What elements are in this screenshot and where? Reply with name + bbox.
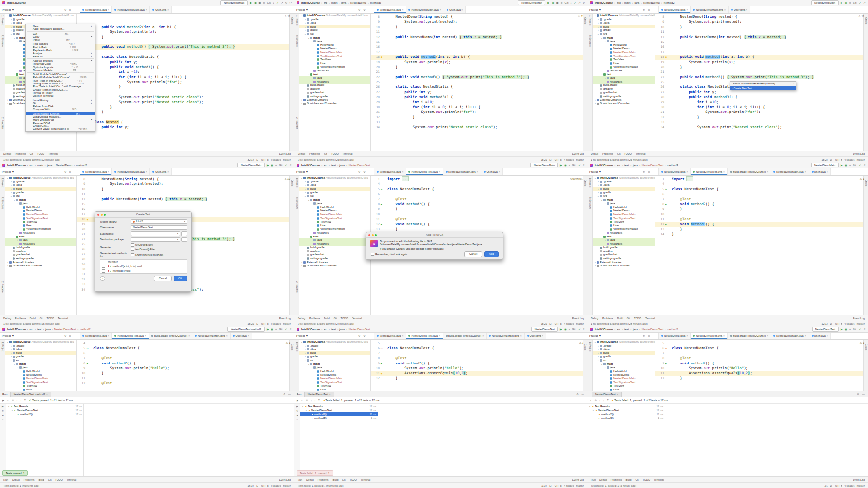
tree-item[interactable]: ⌄java [593, 40, 655, 43]
gutter[interactable]: 17 [77, 212, 90, 217]
close-icon[interactable]: × [767, 170, 768, 173]
window-controls[interactable] [368, 234, 377, 236]
tree-item[interactable]: ›.idea [5, 183, 76, 187]
breadcrumb-item[interactable]: src [26, 328, 33, 331]
tree-item[interactable]: TestSignatureTest [593, 217, 655, 221]
close-icon[interactable]: × [108, 8, 109, 11]
git-commit-icon[interactable]: ✓ [285, 164, 287, 167]
tool-window-button[interactable]: Terminal [342, 153, 352, 155]
tree-item[interactable]: ⌄java [299, 366, 370, 370]
breadcrumb-item[interactable]: src [26, 164, 33, 167]
project-tool-header[interactable]: Project▾↻ ⚙ — [587, 333, 659, 339]
run-icon[interactable]: ▶ [841, 1, 843, 4]
code-line[interactable]: public void method3() { System.out.print… [77, 44, 289, 49]
code-line[interactable]: 7 @Test [371, 197, 583, 202]
tree-item[interactable]: gradlew [593, 250, 655, 253]
stop-icon[interactable]: ■ [849, 328, 851, 331]
tree-item[interactable]: ⌄java [299, 40, 370, 43]
code-line[interactable]: 30 for (int i1 = 0; i1 < i; i1++) { [371, 105, 583, 110]
code-editor[interactable]: 1import ...45class NestedDemoTest {67 @T… [655, 176, 863, 315]
tree-item[interactable]: ›java [593, 238, 655, 242]
tree-item[interactable]: HelloWorld [299, 43, 370, 47]
run-icon[interactable]: ▶ [547, 1, 550, 4]
gutter[interactable]: 20 [371, 65, 384, 70]
close-icon[interactable]: × [167, 8, 169, 11]
tree-item[interactable]: build.gradle [299, 246, 370, 250]
tree-item[interactable]: ›.idea [593, 348, 655, 351]
gutter[interactable]: 16 [371, 44, 384, 49]
code-line[interactable]: 12 } [371, 376, 583, 381]
project-tool-header[interactable]: Project▾↻ ⚙ — [587, 6, 659, 13]
tree-item[interactable]: TestView [593, 384, 655, 388]
tree-item[interactable]: ⌄IntelliJCourse/Volumes/Data/My courses/… [299, 340, 370, 344]
close-icon[interactable]: × [482, 335, 484, 337]
tree-item[interactable]: ›.idea [593, 183, 655, 187]
gutter[interactable]: 8 [371, 356, 384, 361]
code-line[interactable]: } [77, 105, 289, 110]
tree-item[interactable]: ›External Libraries [593, 98, 655, 102]
code-line[interactable]: } [77, 84, 289, 89]
gutter[interactable]: 29 [77, 262, 90, 267]
gutter[interactable]: 11 [77, 376, 90, 381]
tree-item[interactable]: ›java [299, 76, 370, 80]
git-push-icon[interactable]: ↗ [863, 328, 866, 331]
gutter[interactable]: 10 [77, 371, 90, 376]
breadcrumb-item[interactable]: IntelliJCourse [595, 164, 613, 167]
tool-strip-gradle[interactable]: Gradle [291, 17, 293, 24]
code-line[interactable]: 16 [371, 44, 583, 49]
gutter[interactable]: 12 [655, 222, 669, 227]
tree-item[interactable]: TestView [5, 384, 76, 388]
test-tree-item[interactable]: method2()17 ms [6, 412, 83, 416]
gutter[interactable]: 8 [655, 14, 669, 19]
code-line[interactable]: 6 [77, 351, 289, 356]
close-icon[interactable]: × [145, 335, 146, 337]
code-line[interactable]: 9 void method2() { [655, 361, 863, 366]
gutter[interactable]: 5 [655, 187, 669, 192]
breadcrumb-item[interactable]: IntelliJCourse [7, 328, 26, 331]
tree-item[interactable]: TestView [593, 220, 655, 224]
tree-item[interactable]: ›Scratches and Consoles [5, 264, 76, 268]
gutter[interactable]: 18 [655, 55, 669, 59]
checkbox-icon[interactable] [371, 253, 374, 256]
tree-item[interactable]: ›build [593, 25, 655, 29]
tool-window-button[interactable]: TODO [341, 317, 348, 320]
editor-tab[interactable]: User.java× [481, 168, 503, 175]
close-icon[interactable]: × [188, 335, 190, 337]
gutter[interactable]: 6 [655, 346, 669, 350]
test-tree-item[interactable]: ⌄Test Results12 ms [300, 404, 378, 408]
tree-item[interactable]: gradlew.bat [593, 91, 655, 95]
event-log-button[interactable]: Event Log [572, 317, 584, 320]
gutter[interactable]: 7 [77, 356, 90, 361]
tree-item[interactable]: ⌄src [593, 195, 655, 198]
code-line[interactable]: 16 [655, 44, 863, 49]
gutter[interactable]: 26 [77, 247, 90, 251]
stop-icon[interactable]: ■ [569, 164, 570, 167]
tree-item[interactable]: ⌄java [5, 202, 76, 206]
tree-item[interactable]: NestedDemoMain [299, 377, 370, 381]
tool-window-button[interactable]: Run [298, 478, 302, 481]
gutter[interactable]: 1 [655, 177, 669, 181]
breadcrumb-item[interactable]: IntelliJCourse [301, 164, 320, 167]
tree-item[interactable]: ›External Libraries [299, 98, 370, 102]
cancel-button[interactable]: Cancel [154, 276, 172, 281]
project-tool-header[interactable]: Project▾↻ ⚙ — [294, 168, 374, 175]
stop-icon[interactable]: ■ [561, 1, 563, 4]
code-line[interactable]: 5 [371, 341, 583, 346]
tool-strip-gradle[interactable]: Gradle [584, 17, 586, 24]
editor-tab[interactable]: User.java× [150, 168, 172, 175]
tool-window-button[interactable]: TODO [349, 478, 356, 481]
close-icon[interactable]: × [402, 335, 403, 337]
tree-item[interactable]: ⌄java [5, 366, 76, 370]
close-icon[interactable]: × [827, 335, 828, 337]
stop-icon[interactable]: ■ [569, 328, 570, 331]
editor-tab[interactable]: NestedDemo.java× [659, 6, 691, 13]
tool-window-button[interactable]: Terminal [352, 317, 362, 320]
run-config-select[interactable]: NestedDemoMain [237, 163, 265, 167]
settings-icon[interactable]: ⚙ [857, 393, 860, 396]
code-line[interactable]: public int y; [77, 60, 289, 65]
code-line[interactable] [77, 14, 289, 19]
breadcrumb-item[interactable]: NestedDemo [346, 1, 366, 4]
breadcrumb-item[interactable]: NestedDemoTest [638, 164, 663, 167]
gutter[interactable]: 31 [371, 110, 384, 114]
tool-window-button[interactable]: Debug [599, 478, 607, 481]
